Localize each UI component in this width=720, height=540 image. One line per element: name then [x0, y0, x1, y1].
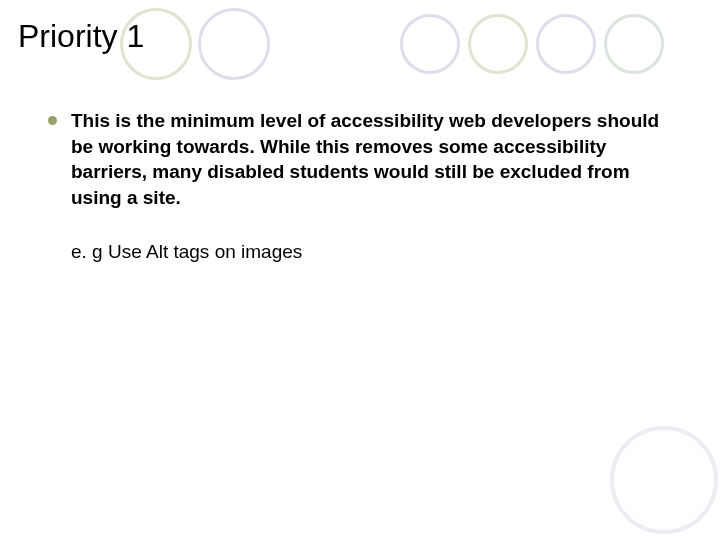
example-text: e. g Use Alt tags on images [71, 239, 668, 265]
bullet-main-text: This is the minimum level of accessibili… [71, 108, 668, 211]
decorative-circle [468, 14, 528, 74]
decorative-circle [536, 14, 596, 74]
bullet-item: This is the minimum level of accessibili… [48, 108, 668, 211]
decorative-circle [400, 14, 460, 74]
bullet-dot-icon [48, 116, 57, 125]
decorative-circle [610, 426, 718, 534]
slide-title: Priority 1 [18, 18, 144, 55]
decorative-circle [604, 14, 664, 74]
decorative-circle [198, 8, 270, 80]
slide-body: This is the minimum level of accessibili… [48, 108, 668, 264]
